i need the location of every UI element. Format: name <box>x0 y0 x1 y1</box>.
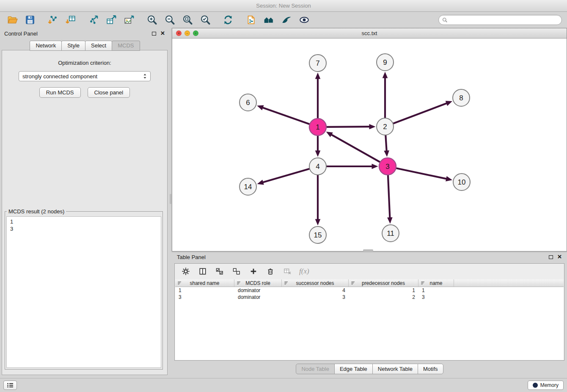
app-title: Session: New Session <box>256 3 311 9</box>
settings-icon[interactable] <box>181 266 191 276</box>
control-panel-tabs: NetworkStyleSelectMCDS <box>0 41 169 51</box>
import-network-icon[interactable] <box>46 14 60 26</box>
network-node-2[interactable]: 2 <box>377 118 394 135</box>
column-header-shared-name[interactable]: shared name <box>175 279 234 287</box>
network-canvas[interactable]: 7968124314101511 <box>172 39 567 251</box>
tab-motifs[interactable]: Motifs <box>418 364 443 374</box>
zoom-fit-icon[interactable] <box>180 14 195 26</box>
network-edge-1-2[interactable] <box>326 124 375 130</box>
network-node-11[interactable]: 11 <box>382 225 399 242</box>
refresh-icon[interactable] <box>221 14 235 26</box>
network-node-3[interactable]: 3 <box>379 158 396 175</box>
zoom-selected-icon[interactable] <box>198 14 212 26</box>
main-toolbar-icons <box>5 14 311 26</box>
network-node-15[interactable]: 15 <box>309 226 326 243</box>
table-cell: 2 <box>349 294 418 300</box>
memory-button[interactable]: Memory <box>528 381 564 390</box>
svg-text:4: 4 <box>316 163 319 171</box>
network-node-10[interactable]: 10 <box>453 174 470 190</box>
network-node-9[interactable]: 9 <box>377 54 394 71</box>
network-edge-4-3[interactable] <box>327 164 378 169</box>
tab-select[interactable]: Select <box>85 41 112 51</box>
table-header-row: shared nameMCDS rolesuccessor nodesprede… <box>175 279 564 287</box>
minimize-window-icon[interactable]: − <box>184 30 190 36</box>
close-table-panel-icon[interactable]: ✕ <box>557 255 562 259</box>
column-sort-icon <box>237 281 241 287</box>
network-edge-1-4[interactable] <box>315 136 321 157</box>
close-panel-button[interactable]: Close panel <box>88 87 130 98</box>
table-row[interactable]: 1dominator411 <box>175 287 564 294</box>
graphics-details-icon[interactable] <box>279 14 294 26</box>
network-edge-1-7[interactable] <box>315 73 321 119</box>
delete-rows-icon[interactable] <box>265 266 275 276</box>
toggle-column-icon[interactable] <box>198 266 208 276</box>
tab-style[interactable]: Style <box>61 41 85 51</box>
network-edge-4-14[interactable] <box>257 169 310 185</box>
network-view-window[interactable]: ✕−+ scc.txt 7968124314101511 <box>172 28 567 251</box>
float-table-panel-icon[interactable] <box>549 255 553 259</box>
table-tabs: Node TableEdge TableNetwork TableMotifs <box>172 364 567 374</box>
network-edge-2-8[interactable] <box>393 101 452 123</box>
network-node-4[interactable]: 4 <box>309 158 326 175</box>
tab-node-table[interactable]: Node Table <box>296 364 335 374</box>
table-body: 1dominator4113dominator323 <box>175 287 564 301</box>
deselect-all-rows-icon[interactable] <box>231 266 242 276</box>
svg-text:2: 2 <box>383 123 387 131</box>
network-edge-3-1[interactable] <box>326 132 380 162</box>
select-arrows-icon <box>143 73 147 80</box>
search-box[interactable] <box>438 15 562 25</box>
network-edge-3-11[interactable] <box>387 175 393 224</box>
tab-mcds[interactable]: MCDS <box>112 41 140 51</box>
zoom-window-icon[interactable]: + <box>193 30 198 36</box>
network-edge-2-3[interactable] <box>384 135 389 157</box>
close-window-icon[interactable]: ✕ <box>176 30 182 36</box>
column-header-name[interactable]: name <box>418 279 454 287</box>
network-edge-3-10[interactable] <box>396 168 452 181</box>
mcds-result-item[interactable]: 3 <box>10 225 157 232</box>
network-node-14[interactable]: 14 <box>239 178 256 195</box>
network-window-titlebar[interactable]: ✕−+ scc.txt <box>172 28 567 39</box>
network-node-6[interactable]: 6 <box>239 94 256 111</box>
zoom-out-icon[interactable] <box>162 14 177 26</box>
network-node-7[interactable]: 7 <box>309 55 326 72</box>
run-mcds-button[interactable]: Run MCDS <box>39 87 81 98</box>
save-session-icon[interactable] <box>23 14 37 26</box>
search-input[interactable] <box>450 17 558 23</box>
table-panel: Table Panel ✕ f(x) shared nameMCDS roles… <box>172 251 567 377</box>
show-details-icon[interactable] <box>297 14 311 26</box>
zoom-in-icon[interactable] <box>145 14 159 26</box>
app-titlebar[interactable]: Session: New Session <box>0 0 567 12</box>
clone-view-icon[interactable] <box>244 14 258 26</box>
export-network-icon[interactable] <box>86 14 101 26</box>
network-edge-4-15[interactable] <box>315 175 321 226</box>
table-row[interactable]: 3dominator323 <box>175 294 564 301</box>
import-table-icon[interactable] <box>63 14 78 26</box>
overview-icon[interactable] <box>261 14 276 26</box>
select-all-rows-icon[interactable] <box>215 266 225 276</box>
tab-network[interactable]: Network <box>30 41 62 51</box>
column-header-successor-nodes[interactable]: successor nodes <box>282 279 349 287</box>
tab-edge-table[interactable]: Edge Table <box>334 364 373 374</box>
open-session-icon[interactable] <box>5 14 19 26</box>
svg-text:8: 8 <box>459 94 463 102</box>
status-menu-button[interactable] <box>3 381 17 390</box>
add-row-icon[interactable] <box>248 266 259 276</box>
svg-text:6: 6 <box>246 99 250 107</box>
column-header-mcds-role[interactable]: MCDS role <box>234 279 282 287</box>
network-edge-2-9[interactable] <box>383 72 388 118</box>
close-panel-icon[interactable]: ✕ <box>160 31 165 36</box>
vertical-splitter-grip[interactable] <box>170 194 172 204</box>
float-panel-icon[interactable] <box>152 32 156 36</box>
export-table-icon[interactable] <box>104 14 118 26</box>
svg-text:11: 11 <box>387 229 394 237</box>
mcds-result-item[interactable]: 1 <box>10 218 157 225</box>
export-image-icon[interactable] <box>122 14 136 26</box>
column-header-predecessor-nodes[interactable]: predecessor nodes <box>349 279 418 287</box>
table-panel-title: Table Panel <box>177 254 206 260</box>
tab-network-table[interactable]: Network Table <box>372 364 418 374</box>
network-edge-1-6[interactable] <box>257 105 309 124</box>
criterion-select[interactable]: strongly connected component <box>19 71 151 81</box>
network-node-8[interactable]: 8 <box>453 89 470 106</box>
network-node-1[interactable]: 1 <box>309 119 326 135</box>
mcds-result-list[interactable]: 13 <box>6 216 161 368</box>
